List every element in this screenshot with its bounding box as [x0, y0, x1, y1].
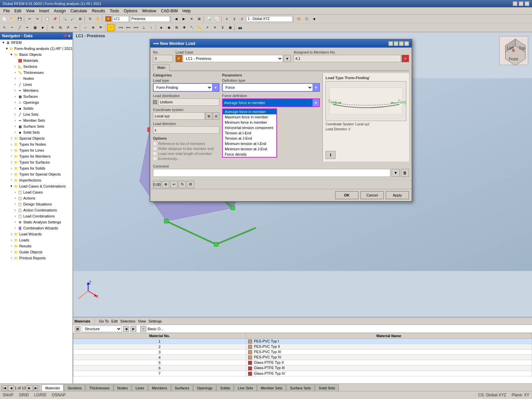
- load-case-select[interactable]: LC1 - Prestress: [183, 55, 283, 62]
- tb2-more5[interactable]: 🔧: [188, 24, 196, 31]
- bottom-tab-solids[interactable]: Solids: [216, 384, 234, 391]
- tree-item-load-combinations[interactable]: › 📋 Load Combinations: [0, 213, 72, 219]
- tb2-cam[interactable]: 📷: [236, 24, 244, 31]
- tree-item-line-sets[interactable]: › ╱ Line Sets: [0, 111, 72, 117]
- tb2-more2[interactable]: ◉: [165, 24, 173, 31]
- table-row[interactable]: 1 PES-PVC Typ I: [73, 339, 532, 344]
- tree-item-actions[interactable]: › 📋 Actions: [0, 195, 72, 201]
- tb2-display[interactable]: 👁: [97, 24, 104, 31]
- coord-sys-btn1[interactable]: ⊞: [205, 112, 212, 120]
- status-snap[interactable]: SNAP: [3, 393, 14, 397]
- tb2-solid[interactable]: ■: [39, 24, 46, 31]
- tb2-more3[interactable]: ⊞: [173, 24, 180, 31]
- tb2-rotate2[interactable]: ↺: [64, 24, 71, 31]
- tree-item-members[interactable]: › ━ Members: [0, 87, 72, 93]
- bottom-tab-materials[interactable]: Materials: [42, 384, 64, 391]
- force-option-1[interactable]: Average force in member: [223, 109, 276, 114]
- menu-insert[interactable]: Insert: [37, 8, 51, 14]
- tb-save[interactable]: 💾: [16, 15, 23, 23]
- menu-options[interactable]: Options: [122, 8, 139, 14]
- tb2-more7[interactable]: ↗: [203, 24, 211, 31]
- status-lgrid[interactable]: LGRID: [34, 393, 47, 397]
- table-row[interactable]: 4 PES-PVC Typ IV: [73, 355, 532, 360]
- tb-open[interactable]: 📂: [8, 15, 16, 23]
- tb2-node[interactable]: •: [8, 24, 16, 31]
- force-option-9[interactable]: Force density: [223, 152, 276, 157]
- nav-prev2-btn[interactable]: ◀: [8, 385, 14, 391]
- nav-next-btn[interactable]: ▶: [130, 326, 136, 332]
- tb-btn-results[interactable]: 📊: [205, 15, 213, 23]
- settings-label[interactable]: Settings: [149, 319, 162, 323]
- bottom-tab-members[interactable]: Members: [148, 384, 171, 391]
- tb-solid[interactable]: ■: [311, 15, 318, 23]
- force-option-3[interactable]: Minimum force in member: [223, 120, 276, 125]
- tb2-snap[interactable]: ⊕: [89, 24, 97, 31]
- nav-pin-icon[interactable]: 📌: [63, 34, 67, 38]
- force-def-arrow[interactable]: ▼: [313, 99, 319, 106]
- tree-item-surfaces[interactable]: › ▦ Surfaces: [0, 93, 72, 99]
- tb-zoom-all[interactable]: ⊞: [76, 15, 84, 23]
- tree-item-results[interactable]: › 📁 Results: [0, 243, 72, 249]
- tb2-load4[interactable]: ⊥: [140, 24, 147, 31]
- tree-item-guide-objects[interactable]: › 📁 Guide Objects: [0, 249, 72, 255]
- tb2-more1[interactable]: ◈: [158, 24, 165, 31]
- menu-edit[interactable]: Edit: [12, 8, 23, 14]
- nav-next2-btn[interactable]: ▶: [27, 385, 33, 391]
- tb-pan[interactable]: ✋: [94, 15, 101, 23]
- status-grid[interactable]: GRID: [19, 393, 29, 397]
- selection-label[interactable]: Selection: [120, 319, 135, 323]
- bottom-tab-thicknesses[interactable]: Thicknesses: [85, 384, 113, 391]
- edit-label[interactable]: Edit: [111, 319, 118, 323]
- tree-item-static-analysis[interactable]: › ⚙ Static Analysis Settings: [0, 219, 72, 225]
- comment-dropdown-btn[interactable]: ▼: [392, 169, 400, 177]
- option-checkbox-3[interactable]: [153, 152, 157, 156]
- tb2-select[interactable]: ↖: [1, 24, 8, 31]
- dialog-minimize-btn[interactable]: ─: [394, 41, 398, 46]
- tb2-member[interactable]: ━: [24, 24, 31, 31]
- tree-item-nodes[interactable]: › · Nodes: [0, 75, 72, 81]
- tb-btn-a2[interactable]: ▶: [180, 15, 188, 23]
- close-btn[interactable]: ✕: [525, 1, 529, 6]
- tb2-more10[interactable]: ▣: [226, 24, 234, 31]
- goto-label[interactable]: Go To: [99, 319, 109, 323]
- tb-rotate[interactable]: ↻: [86, 15, 94, 23]
- tb2-move[interactable]: ✛: [49, 24, 56, 31]
- tb-undo[interactable]: ↩: [26, 15, 33, 23]
- nav-prev-btn[interactable]: ◀: [123, 326, 129, 332]
- structure-dropdown[interactable]: Structure: [82, 326, 122, 332]
- coord-system-selector[interactable]: 1 - Global XYZ: [246, 16, 293, 22]
- table-row[interactable]: 3 PES-PVC Typ III: [73, 349, 532, 355]
- dialog-close-btn[interactable]: ✕: [404, 41, 409, 46]
- dialog-tb-btn-5[interactable]: ⚙: [187, 181, 194, 188]
- bottom-tab-surfaces[interactable]: Surfaces: [171, 384, 193, 391]
- tb-new[interactable]: 📄: [1, 15, 8, 23]
- comment-clear-btn[interactable]: 🗑: [401, 169, 409, 177]
- table-row[interactable]: 2 PES-PVC Typ II: [73, 344, 532, 349]
- force-option-8[interactable]: Minimum tension at J-End: [223, 146, 276, 152]
- load-case-selector[interactable]: P LC1 - Prestress ▼: [176, 55, 291, 62]
- tree-item-basic-objects[interactable]: ▼ 📁 Basic Objects: [0, 52, 72, 58]
- menu-results[interactable]: Results: [90, 8, 107, 14]
- view-label[interactable]: View: [138, 319, 146, 323]
- dialog-tb-btn-3[interactable]: ↩: [170, 181, 178, 188]
- tb-wire[interactable]: ⬡: [303, 15, 310, 23]
- tb2-load5[interactable]: ↕: [148, 24, 155, 31]
- tb-zoom-in[interactable]: 🔍: [61, 15, 68, 23]
- tb-axis-z[interactable]: z: [238, 15, 246, 23]
- force-def-dropdown[interactable]: Average force in member ▼: [222, 98, 320, 107]
- tb2-copy2[interactable]: ⧉: [57, 24, 64, 31]
- tb2-highlighted-btn[interactable]: ↑: [107, 24, 114, 31]
- load-type-select[interactable]: Form-Finding: [154, 84, 212, 91]
- tree-item-combo-wizards[interactable]: › 🔮 Combination Wizards: [0, 225, 72, 231]
- nav-close-icon[interactable]: ✕: [68, 34, 70, 38]
- dialog-tb-btn-4[interactable]: ↻: [179, 181, 186, 188]
- table-row[interactable]: 5 Glass-PTFE Typ II: [73, 360, 532, 365]
- dialog-tb-btn-1[interactable]: 0.00: [153, 181, 161, 188]
- tree-item-openings[interactable]: › □ Openings: [0, 99, 72, 105]
- tab-main[interactable]: Main: [153, 64, 170, 71]
- tree-item-materials[interactable]: 🟥 Materials: [0, 58, 72, 64]
- tree-item-load-cases[interactable]: › 📋 Load Cases: [0, 189, 72, 195]
- bottom-tab-nodes[interactable]: Nodes: [114, 384, 132, 391]
- tb-btn-x[interactable]: ✕: [188, 15, 195, 23]
- tree-item-types-surfaces[interactable]: › 📁 Types for Surfaces: [0, 159, 72, 165]
